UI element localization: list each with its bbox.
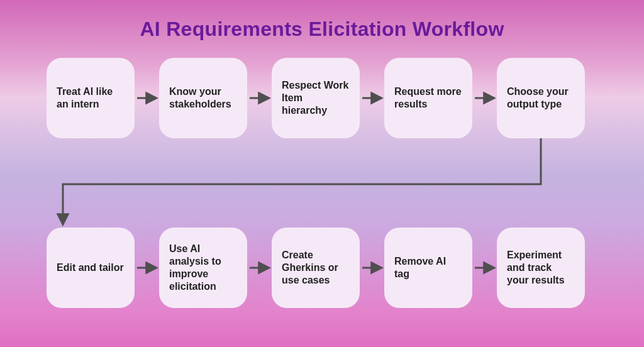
step-label: Request more results bbox=[394, 85, 462, 111]
step-label: Remove AI tag bbox=[394, 255, 462, 280]
page-title: AI Requirements Elicitation Workflow bbox=[0, 18, 644, 41]
step-8: Create Gherkins or use cases bbox=[272, 228, 360, 308]
step-label: Experiment and track your results bbox=[507, 249, 575, 287]
step-label: Respect Work Item hierarchy bbox=[282, 79, 350, 117]
step-2: Know your stakeholders bbox=[159, 58, 247, 138]
step-1: Treat AI like an intern bbox=[47, 58, 135, 138]
step-5: Choose your output type bbox=[497, 58, 585, 138]
step-label: Create Gherkins or use cases bbox=[282, 249, 350, 287]
step-label: Use AI analysis to improve elicitation bbox=[169, 243, 237, 293]
step-6: Edit and tailor bbox=[47, 228, 135, 308]
step-label: Edit and tailor bbox=[57, 262, 124, 274]
diagram-canvas: AI Requirements Elicitation Workflow Tre… bbox=[0, 0, 644, 347]
step-10: Experiment and track your results bbox=[497, 228, 585, 308]
step-label: Treat AI like an intern bbox=[57, 85, 125, 111]
step-9: Remove AI tag bbox=[384, 228, 472, 308]
step-label: Know your stakeholders bbox=[169, 85, 237, 111]
step-4: Request more results bbox=[384, 58, 472, 138]
step-label: Choose your output type bbox=[507, 85, 575, 111]
arrow-icon bbox=[63, 138, 541, 224]
step-7: Use AI analysis to improve elicitation bbox=[159, 228, 247, 308]
step-3: Respect Work Item hierarchy bbox=[272, 58, 360, 138]
